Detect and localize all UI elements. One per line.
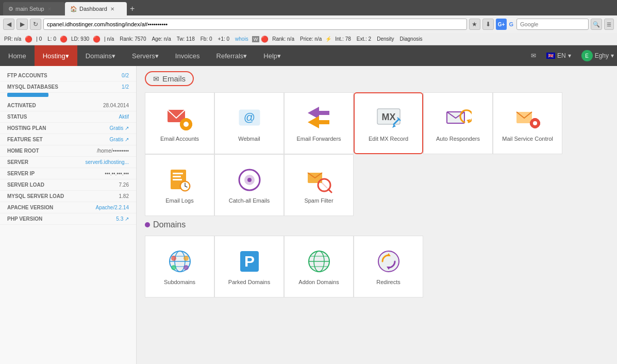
- extensions-button[interactable]: ☰: [604, 19, 614, 30]
- emails-section-header[interactable]: ✉ Emails: [145, 71, 194, 86]
- toolbar-rank2: Rank: n/a: [270, 36, 296, 42]
- sidebar-hosting-plan: HOSTING PLAN Gratis ↗: [0, 123, 136, 134]
- sidebar-ftp-accounts: FTP ACCOUNTS 0/2: [0, 70, 136, 81]
- svg-point-47: [171, 265, 176, 270]
- svg-point-35: [247, 178, 252, 182]
- toolbar-row: PR: n/a 🔴 | 0 L: 0 🔴 LD: 930 🔴 | n/a Ran…: [0, 33, 617, 45]
- search-input[interactable]: [516, 19, 589, 30]
- nav-invoices[interactable]: Invoices: [167, 45, 208, 66]
- nav-hosting[interactable]: Hosting ▾: [35, 45, 77, 66]
- email-accounts-icon: [166, 105, 193, 131]
- svg-rect-6: [190, 123, 192, 126]
- sidebar-value-feature-set[interactable]: Gratis ↗: [110, 137, 129, 142]
- edit-mx-record-card[interactable]: MX Edit MX Record: [354, 92, 423, 154]
- domains-dot: [145, 222, 150, 227]
- tab-label-2: Dashboard: [79, 6, 107, 12]
- sidebar-mysql-load: MYSQL SERVER LOAD 1.82: [0, 191, 136, 202]
- email-forwarders-card[interactable]: Email Forwarders: [284, 92, 354, 154]
- sidebar-value-status: Aktif: [119, 114, 129, 120]
- sidebar-mysql-db: MYSQL DATABASES 1/2: [0, 81, 136, 93]
- sidebar-value-apache[interactable]: Apache/2.2.14: [96, 205, 129, 210]
- subdomains-icon: [166, 248, 193, 275]
- mail-service-control-card[interactable]: Mail Service Control: [493, 92, 562, 154]
- back-button[interactable]: ◀: [3, 19, 14, 30]
- nav-mail-icon[interactable]: ✉: [528, 52, 539, 59]
- email-logs-card[interactable]: Email Logs: [145, 154, 214, 216]
- new-tab-button[interactable]: +: [127, 4, 138, 13]
- main-layout: FTP ACCOUNTS 0/2 MYSQL DATABASES 1/2 ACT…: [0, 66, 617, 364]
- nav-servers[interactable]: Servers ▾: [124, 45, 167, 66]
- avatar: E: [581, 50, 593, 61]
- nav-lang[interactable]: 🇬🇧 EN ▾: [543, 52, 574, 59]
- webmail-label: Webmail: [238, 136, 260, 142]
- sidebar-label-mysql: MYSQL DATABASES: [7, 84, 58, 90]
- sidebar-value-ftp: 0/2: [122, 73, 129, 78]
- sidebar-label-hosting-plan: HOSTING PLAN: [7, 125, 46, 131]
- svg-point-45: [171, 256, 176, 261]
- google-account-icon: G+: [498, 22, 505, 27]
- redirects-card[interactable]: Redirects: [354, 236, 423, 297]
- nav-right: ✉ 🇬🇧 EN ▾ E Eghy ▾: [528, 50, 617, 61]
- address-bar-row: ◀ ▶ ↻ ★ ⬇ G+ G 🔍 ☰: [0, 15, 617, 33]
- nav-referrals[interactable]: Referrals ▾: [208, 45, 256, 66]
- svg-marker-14: [392, 124, 396, 128]
- toolbar-ld: LD: 930: [69, 36, 91, 42]
- nav-user[interactable]: E Eghy ▾: [578, 50, 617, 61]
- sidebar-label-home-root: HOME ROOT: [7, 148, 39, 154]
- toolbar-int: Int.: 78: [333, 36, 353, 42]
- forward-button[interactable]: ▶: [16, 19, 28, 30]
- sidebar-label-server-ip: SERVER IP: [7, 171, 35, 176]
- search-button[interactable]: 🔍: [591, 19, 602, 30]
- tab-close-1[interactable]: ✕: [47, 6, 52, 12]
- sidebar-value-php[interactable]: 5.3 ↗: [116, 216, 129, 222]
- download-button[interactable]: ⬇: [482, 19, 494, 30]
- sidebar-label-php: PHP VERSION: [7, 216, 42, 222]
- sidebar-status: STATUS Aktif: [0, 111, 136, 123]
- toolbar-rank: Rank: 7570: [118, 36, 148, 42]
- toolbar-plus: +1: 0: [216, 36, 232, 42]
- catch-all-emails-card[interactable]: Catch-all Emails: [214, 154, 284, 216]
- tab-favicon-2: 🏠: [70, 6, 77, 12]
- tab-bar: ⚙ main Setup ✕ 🏠 Dashboard ✕ +: [0, 0, 617, 15]
- email-logs-label: Email Logs: [165, 197, 193, 204]
- svg-line-38: [328, 189, 331, 192]
- webmail-card[interactable]: @ Webmail: [214, 92, 284, 154]
- toolbar-int-icon: ⚡: [325, 36, 331, 42]
- sidebar-label-mysql-load: MYSQL SERVER LOAD: [7, 193, 64, 199]
- address-input[interactable]: [43, 19, 467, 30]
- toolbar-tw: Tw: 118: [175, 36, 197, 42]
- email-forwarders-label: Email Forwarders: [296, 136, 341, 142]
- sidebar-feature-set: FEATURE SET Gratis ↗: [0, 134, 136, 145]
- svg-rect-28: [173, 179, 182, 180]
- addon-domains-card[interactable]: Addon Domains: [284, 236, 354, 297]
- subdomains-label: Subdomains: [164, 279, 195, 285]
- google-label: G: [509, 21, 513, 27]
- sidebar-php: PHP VERSION 5.3 ↗: [0, 213, 136, 225]
- nav-domains[interactable]: Domains ▾: [77, 45, 124, 66]
- parked-domains-card[interactable]: P Parked Domains: [214, 236, 284, 297]
- email-forwarders-icon: [306, 105, 332, 131]
- tab-close-2[interactable]: ✕: [110, 6, 114, 12]
- svg-text:MX: MX: [381, 112, 395, 122]
- nav-help[interactable]: Help ▾: [255, 45, 289, 66]
- mysql-progress-bar: [7, 93, 48, 97]
- toolbar-whois[interactable]: whois: [233, 36, 251, 42]
- bookmark-button[interactable]: ★: [469, 19, 480, 30]
- auto-responders-card[interactable]: Auto Responders: [423, 92, 493, 154]
- svg-rect-27: [173, 176, 181, 177]
- spam-filter-icon: [306, 167, 332, 193]
- toolbar-seo-icon: 🔴: [25, 36, 32, 43]
- email-accounts-card[interactable]: Email Accounts: [145, 92, 214, 154]
- sidebar-value-server[interactable]: server6.idhosting...: [86, 159, 129, 165]
- tab-dashboard[interactable]: 🏠 Dashboard ✕: [65, 2, 127, 15]
- mail-service-control-label: Mail Service Control: [502, 136, 553, 142]
- sidebar-value-hosting-plan[interactable]: Gratis ↗: [110, 125, 129, 131]
- spam-filter-card[interactable]: Spam Filter: [284, 154, 354, 216]
- subdomains-card[interactable]: Subdomains: [145, 236, 214, 297]
- svg-point-20: [533, 121, 537, 125]
- edit-mx-label: Edit MX Record: [369, 136, 408, 142]
- reload-button[interactable]: ↻: [30, 19, 41, 30]
- svg-rect-26: [173, 173, 183, 174]
- nav-home[interactable]: Home: [0, 45, 35, 66]
- tab-main-setup[interactable]: ⚙ main Setup ✕: [3, 2, 65, 15]
